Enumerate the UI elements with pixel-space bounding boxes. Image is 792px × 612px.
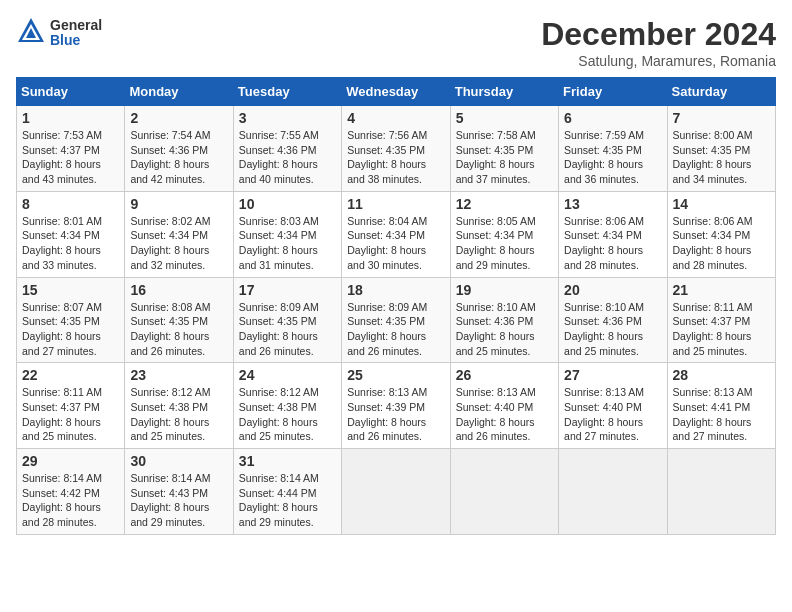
day-info: Sunrise: 7:55 AM Sunset: 4:36 PM Dayligh… bbox=[239, 128, 336, 187]
sunset-label: Sunset: 4:36 PM bbox=[239, 144, 317, 156]
day-number: 6 bbox=[564, 110, 661, 126]
sunrise-label: Sunrise: 8:12 AM bbox=[130, 386, 210, 398]
daylight-label: Daylight: 8 hours and 43 minutes. bbox=[22, 158, 101, 185]
daylight-label: Daylight: 8 hours and 25 minutes. bbox=[673, 330, 752, 357]
sunrise-label: Sunrise: 8:14 AM bbox=[22, 472, 102, 484]
calendar-day-cell: 21 Sunrise: 8:11 AM Sunset: 4:37 PM Dayl… bbox=[667, 277, 775, 363]
calendar-day-cell: 15 Sunrise: 8:07 AM Sunset: 4:35 PM Dayl… bbox=[17, 277, 125, 363]
day-number: 5 bbox=[456, 110, 553, 126]
day-info: Sunrise: 7:54 AM Sunset: 4:36 PM Dayligh… bbox=[130, 128, 227, 187]
sunset-label: Sunset: 4:43 PM bbox=[130, 487, 208, 499]
calendar-day-cell: 12 Sunrise: 8:05 AM Sunset: 4:34 PM Dayl… bbox=[450, 191, 558, 277]
sunset-label: Sunset: 4:37 PM bbox=[22, 401, 100, 413]
calendar-day-cell: 18 Sunrise: 8:09 AM Sunset: 4:35 PM Dayl… bbox=[342, 277, 450, 363]
day-info: Sunrise: 8:00 AM Sunset: 4:35 PM Dayligh… bbox=[673, 128, 770, 187]
day-info: Sunrise: 8:06 AM Sunset: 4:34 PM Dayligh… bbox=[564, 214, 661, 273]
sunrise-label: Sunrise: 7:55 AM bbox=[239, 129, 319, 141]
calendar-day-cell bbox=[342, 449, 450, 535]
day-number: 22 bbox=[22, 367, 119, 383]
day-info: Sunrise: 8:12 AM Sunset: 4:38 PM Dayligh… bbox=[239, 385, 336, 444]
day-number: 9 bbox=[130, 196, 227, 212]
sunrise-label: Sunrise: 8:01 AM bbox=[22, 215, 102, 227]
calendar-day-cell: 24 Sunrise: 8:12 AM Sunset: 4:38 PM Dayl… bbox=[233, 363, 341, 449]
daylight-label: Daylight: 8 hours and 30 minutes. bbox=[347, 244, 426, 271]
day-info: Sunrise: 7:58 AM Sunset: 4:35 PM Dayligh… bbox=[456, 128, 553, 187]
calendar-day-cell: 10 Sunrise: 8:03 AM Sunset: 4:34 PM Dayl… bbox=[233, 191, 341, 277]
sunrise-label: Sunrise: 8:10 AM bbox=[564, 301, 644, 313]
daylight-label: Daylight: 8 hours and 26 minutes. bbox=[130, 330, 209, 357]
day-info: Sunrise: 8:11 AM Sunset: 4:37 PM Dayligh… bbox=[673, 300, 770, 359]
calendar-day-cell: 8 Sunrise: 8:01 AM Sunset: 4:34 PM Dayli… bbox=[17, 191, 125, 277]
sunrise-label: Sunrise: 8:11 AM bbox=[22, 386, 102, 398]
day-number: 12 bbox=[456, 196, 553, 212]
day-number: 20 bbox=[564, 282, 661, 298]
daylight-label: Daylight: 8 hours and 25 minutes. bbox=[239, 416, 318, 443]
logo: General Blue bbox=[16, 16, 102, 50]
sunset-label: Sunset: 4:39 PM bbox=[347, 401, 425, 413]
day-info: Sunrise: 8:04 AM Sunset: 4:34 PM Dayligh… bbox=[347, 214, 444, 273]
calendar-week-row: 22 Sunrise: 8:11 AM Sunset: 4:37 PM Dayl… bbox=[17, 363, 776, 449]
sunset-label: Sunset: 4:35 PM bbox=[564, 144, 642, 156]
sunrise-label: Sunrise: 7:56 AM bbox=[347, 129, 427, 141]
daylight-label: Daylight: 8 hours and 29 minutes. bbox=[239, 501, 318, 528]
calendar-day-cell: 1 Sunrise: 7:53 AM Sunset: 4:37 PM Dayli… bbox=[17, 106, 125, 192]
day-number: 18 bbox=[347, 282, 444, 298]
daylight-label: Daylight: 8 hours and 26 minutes. bbox=[456, 416, 535, 443]
sunset-label: Sunset: 4:42 PM bbox=[22, 487, 100, 499]
sunrise-label: Sunrise: 8:06 AM bbox=[673, 215, 753, 227]
sunrise-label: Sunrise: 8:11 AM bbox=[673, 301, 753, 313]
day-number: 1 bbox=[22, 110, 119, 126]
calendar-week-row: 29 Sunrise: 8:14 AM Sunset: 4:42 PM Dayl… bbox=[17, 449, 776, 535]
day-info: Sunrise: 8:10 AM Sunset: 4:36 PM Dayligh… bbox=[456, 300, 553, 359]
page-header: General Blue December 2024 Satulung, Mar… bbox=[16, 16, 776, 69]
calendar-day-cell: 11 Sunrise: 8:04 AM Sunset: 4:34 PM Dayl… bbox=[342, 191, 450, 277]
calendar-day-cell: 19 Sunrise: 8:10 AM Sunset: 4:36 PM Dayl… bbox=[450, 277, 558, 363]
sunrise-label: Sunrise: 8:03 AM bbox=[239, 215, 319, 227]
day-number: 3 bbox=[239, 110, 336, 126]
sunset-label: Sunset: 4:34 PM bbox=[456, 229, 534, 241]
sunset-label: Sunset: 4:35 PM bbox=[239, 315, 317, 327]
sunrise-label: Sunrise: 8:08 AM bbox=[130, 301, 210, 313]
sunrise-label: Sunrise: 8:06 AM bbox=[564, 215, 644, 227]
day-number: 24 bbox=[239, 367, 336, 383]
sunrise-label: Sunrise: 8:14 AM bbox=[239, 472, 319, 484]
sunset-label: Sunset: 4:35 PM bbox=[673, 144, 751, 156]
day-info: Sunrise: 7:53 AM Sunset: 4:37 PM Dayligh… bbox=[22, 128, 119, 187]
day-info: Sunrise: 7:56 AM Sunset: 4:35 PM Dayligh… bbox=[347, 128, 444, 187]
sunset-label: Sunset: 4:40 PM bbox=[564, 401, 642, 413]
daylight-label: Daylight: 8 hours and 27 minutes. bbox=[673, 416, 752, 443]
day-number: 28 bbox=[673, 367, 770, 383]
day-info: Sunrise: 8:14 AM Sunset: 4:43 PM Dayligh… bbox=[130, 471, 227, 530]
sunrise-label: Sunrise: 8:13 AM bbox=[456, 386, 536, 398]
header-sunday: Sunday bbox=[17, 78, 125, 106]
sunset-label: Sunset: 4:38 PM bbox=[130, 401, 208, 413]
header-wednesday: Wednesday bbox=[342, 78, 450, 106]
sunrise-label: Sunrise: 8:13 AM bbox=[347, 386, 427, 398]
sunset-label: Sunset: 4:37 PM bbox=[22, 144, 100, 156]
daylight-label: Daylight: 8 hours and 25 minutes. bbox=[130, 416, 209, 443]
calendar-day-cell: 7 Sunrise: 8:00 AM Sunset: 4:35 PM Dayli… bbox=[667, 106, 775, 192]
daylight-label: Daylight: 8 hours and 31 minutes. bbox=[239, 244, 318, 271]
day-info: Sunrise: 8:08 AM Sunset: 4:35 PM Dayligh… bbox=[130, 300, 227, 359]
daylight-label: Daylight: 8 hours and 25 minutes. bbox=[564, 330, 643, 357]
day-number: 8 bbox=[22, 196, 119, 212]
header-saturday: Saturday bbox=[667, 78, 775, 106]
day-number: 30 bbox=[130, 453, 227, 469]
sunrise-label: Sunrise: 8:13 AM bbox=[673, 386, 753, 398]
daylight-label: Daylight: 8 hours and 38 minutes. bbox=[347, 158, 426, 185]
calendar-day-cell: 17 Sunrise: 8:09 AM Sunset: 4:35 PM Dayl… bbox=[233, 277, 341, 363]
sunrise-label: Sunrise: 8:14 AM bbox=[130, 472, 210, 484]
weekday-header-row: Sunday Monday Tuesday Wednesday Thursday… bbox=[17, 78, 776, 106]
calendar-day-cell bbox=[667, 449, 775, 535]
calendar-day-cell: 4 Sunrise: 7:56 AM Sunset: 4:35 PM Dayli… bbox=[342, 106, 450, 192]
sunset-label: Sunset: 4:34 PM bbox=[239, 229, 317, 241]
day-info: Sunrise: 8:13 AM Sunset: 4:41 PM Dayligh… bbox=[673, 385, 770, 444]
day-number: 2 bbox=[130, 110, 227, 126]
sunrise-label: Sunrise: 8:05 AM bbox=[456, 215, 536, 227]
day-info: Sunrise: 8:11 AM Sunset: 4:37 PM Dayligh… bbox=[22, 385, 119, 444]
calendar-day-cell: 16 Sunrise: 8:08 AM Sunset: 4:35 PM Dayl… bbox=[125, 277, 233, 363]
sunset-label: Sunset: 4:35 PM bbox=[347, 315, 425, 327]
sunset-label: Sunset: 4:35 PM bbox=[347, 144, 425, 156]
day-number: 16 bbox=[130, 282, 227, 298]
day-info: Sunrise: 8:14 AM Sunset: 4:42 PM Dayligh… bbox=[22, 471, 119, 530]
